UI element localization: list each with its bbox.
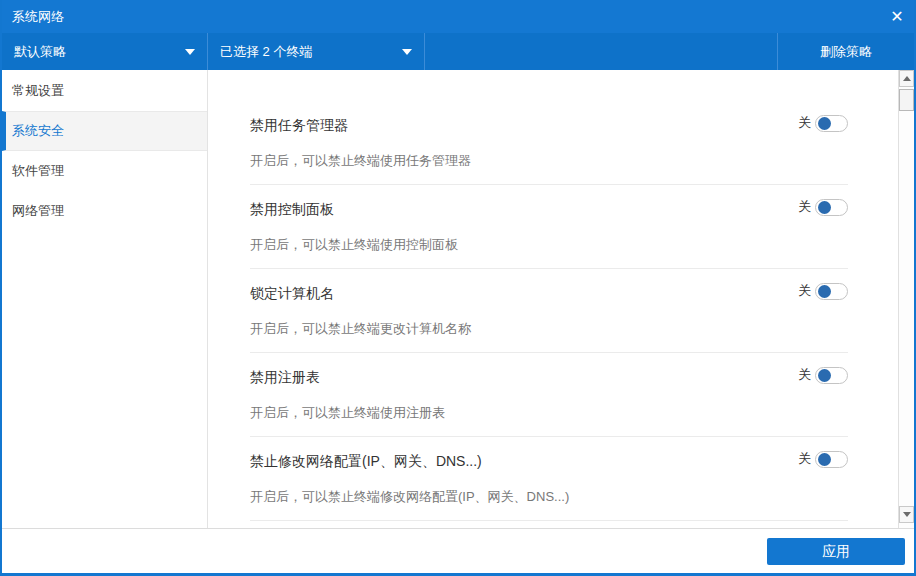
toggle-knob [818, 369, 831, 382]
settings-list: 禁用任务管理器 开启后，可以禁止终端使用任务管理器 关 禁用控制面板 开启后，可… [208, 70, 898, 528]
toggle-knob [818, 285, 831, 298]
toolbar-spacer [425, 33, 777, 70]
delete-policy-button[interactable]: 删除策略 [777, 33, 914, 70]
setting-title: 禁止修改网络配置(IP、网关、DNS...) [250, 437, 848, 471]
titlebar: 系统网络 ✕ [2, 0, 914, 33]
sidebar-item-network-management[interactable]: 网络管理 [2, 191, 207, 231]
setting-row-disable-registry: 禁用注册表 开启后，可以禁止终端使用注册表 关 [250, 353, 848, 437]
scrollbar-thumb[interactable] [899, 89, 914, 111]
setting-row-disable-task-manager: 禁用任务管理器 开启后，可以禁止终端使用任务管理器 关 [250, 101, 848, 185]
sidebar: 常规设置 系统安全 软件管理 网络管理 [2, 70, 208, 528]
setting-description: 开启后，可以禁止终端使用任务管理器 [250, 135, 848, 170]
terminal-dropdown[interactable]: 已选择 2 个终端 [208, 33, 425, 70]
chevron-down-icon [402, 49, 412, 55]
arrow-up-icon [903, 76, 911, 81]
arrow-down-icon [903, 512, 911, 517]
footer-bar: 应用 [2, 528, 914, 573]
scroll-down-button[interactable] [899, 506, 914, 523]
toggle-switch[interactable] [815, 283, 848, 300]
setting-row-lock-computer-name: 锁定计算机名 开启后，可以禁止终端更改计算机名称 关 [250, 269, 848, 353]
toggle-state-label: 关 [798, 282, 811, 300]
sidebar-item-label: 网络管理 [12, 202, 64, 220]
toggle-state-label: 关 [798, 198, 811, 216]
toggle-disable-task-manager[interactable]: 关 [798, 114, 848, 132]
scroll-up-button[interactable] [899, 70, 914, 87]
policy-window: 系统网络 ✕ 默认策略 已选择 2 个终端 删除策略 常规设置 系统安全 [0, 0, 916, 576]
sidebar-item-system-security[interactable]: 系统安全 [2, 111, 207, 151]
delete-policy-label: 删除策略 [820, 43, 872, 61]
toggle-state-label: 关 [798, 114, 811, 132]
toggle-state-label: 关 [798, 450, 811, 468]
chevron-down-icon [185, 49, 195, 55]
sidebar-item-general-settings[interactable]: 常规设置 [2, 71, 207, 111]
window-title: 系统网络 [12, 8, 64, 26]
apply-button[interactable]: 应用 [767, 538, 905, 565]
setting-description: 开启后，可以禁止终端使用注册表 [250, 387, 848, 422]
sidebar-item-label: 常规设置 [12, 82, 64, 100]
window-body: 常规设置 系统安全 软件管理 网络管理 禁用任务管理器 开启后，可以禁止终端使用… [2, 70, 914, 528]
setting-row-forbid-network-config: 禁止修改网络配置(IP、网关、DNS...) 开启后，可以禁止终端修改网络配置(… [250, 437, 848, 521]
close-icon[interactable]: ✕ [880, 0, 914, 33]
toggle-knob [818, 117, 831, 130]
policy-dropdown[interactable]: 默认策略 [2, 33, 208, 70]
setting-title: 禁用控制面板 [250, 185, 848, 219]
sidebar-item-label: 系统安全 [12, 122, 64, 140]
toggle-lock-computer-name[interactable]: 关 [798, 282, 848, 300]
toggle-disable-control-panel[interactable]: 关 [798, 198, 848, 216]
toggle-switch[interactable] [815, 451, 848, 468]
setting-title: 禁用任务管理器 [250, 101, 848, 135]
policy-dropdown-value: 默认策略 [14, 43, 177, 61]
setting-title: 锁定计算机名 [250, 269, 848, 303]
toolbar: 默认策略 已选择 2 个终端 删除策略 [2, 33, 914, 70]
toggle-disable-registry[interactable]: 关 [798, 366, 848, 384]
setting-description: 开启后，可以禁止终端使用控制面板 [250, 219, 848, 254]
toggle-state-label: 关 [798, 366, 811, 384]
toggle-switch[interactable] [815, 115, 848, 132]
toggle-knob [818, 453, 831, 466]
setting-title: 禁用注册表 [250, 353, 848, 387]
setting-row-disable-control-panel: 禁用控制面板 开启后，可以禁止终端使用控制面板 关 [250, 185, 848, 269]
vertical-scrollbar [898, 70, 914, 528]
toggle-switch[interactable] [815, 199, 848, 216]
setting-description: 开启后，可以禁止终端修改网络配置(IP、网关、DNS...) [250, 471, 848, 506]
toggle-switch[interactable] [815, 367, 848, 384]
sidebar-item-label: 软件管理 [12, 162, 64, 180]
terminal-dropdown-value: 已选择 2 个终端 [220, 43, 394, 61]
setting-description: 开启后，可以禁止终端更改计算机名称 [250, 303, 848, 338]
toggle-knob [818, 201, 831, 214]
toggle-forbid-network-config[interactable]: 关 [798, 450, 848, 468]
scrollbar-track[interactable] [899, 87, 914, 506]
sidebar-item-software-management[interactable]: 软件管理 [2, 151, 207, 191]
